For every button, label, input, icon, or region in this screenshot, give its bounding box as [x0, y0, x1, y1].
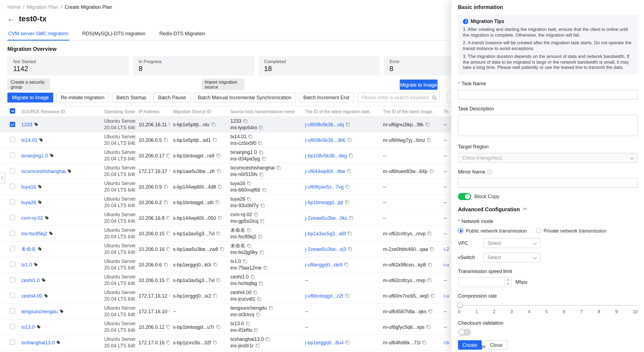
- row-checkbox[interactable]: [10, 246, 15, 251]
- row-checkbox[interactable]: [10, 277, 15, 282]
- tab-redis-dts-migration[interactable]: Redis-DTS Migration: [159, 28, 206, 40]
- copy-icon[interactable]: [257, 297, 262, 301]
- copy-icon[interactable]: [216, 278, 221, 283]
- copy-icon[interactable]: [348, 247, 352, 251]
- copy-icon[interactable]: [349, 216, 354, 220]
- copy-icon[interactable]: [260, 219, 265, 224]
- batch-increment-end-button[interactable]: Batch Increment End: [299, 93, 354, 102]
- copy-icon[interactable]: [247, 197, 251, 201]
- row-checkbox[interactable]: [10, 215, 15, 220]
- copy-icon[interactable]: [163, 138, 168, 142]
- row-checkbox[interactable]: [10, 339, 15, 345]
- radio-private-network-transmission[interactable]: Private network transmission: [536, 228, 607, 233]
- create-security-group-button[interactable]: Create a security group: [7, 79, 50, 90]
- breadcrumb-item-home[interactable]: Home: [7, 4, 21, 10]
- copy-icon[interactable]: [427, 231, 432, 236]
- row-checkbox[interactable]: [10, 137, 15, 142]
- copy-icon[interactable]: [163, 200, 168, 205]
- copy-icon[interactable]: [430, 247, 434, 251]
- copy-icon[interactable]: [345, 340, 350, 345]
- copy-icon[interactable]: [218, 184, 222, 189]
- copy-icon[interactable]: [429, 169, 434, 174]
- latest-task-id-link[interactable]: j-2zeaw5u3be...0kc: [305, 215, 347, 221]
- copy-icon[interactable]: [216, 231, 221, 236]
- copy-icon[interactable]: [426, 325, 431, 329]
- source-resource-id-link[interactable]: txnanjing1.0: [21, 153, 48, 159]
- back-arrow-icon[interactable]: [7, 15, 14, 22]
- copy-icon[interactable]: [254, 212, 258, 217]
- copy-icon[interactable]: [425, 122, 430, 127]
- copy-icon[interactable]: [248, 134, 253, 139]
- tag-icon[interactable]: [59, 309, 64, 314]
- copy-icon[interactable]: [428, 309, 433, 314]
- row-checkbox[interactable]: [10, 292, 15, 298]
- breadcrumb-item-migration-plan[interactable]: Migration Plan: [27, 4, 58, 10]
- copy-icon[interactable]: [247, 244, 251, 248]
- copy-icon[interactable]: [268, 306, 273, 310]
- copy-icon[interactable]: [216, 153, 221, 158]
- copy-icon[interactable]: [166, 278, 170, 283]
- copy-icon[interactable]: [259, 172, 264, 177]
- tag-icon[interactable]: [36, 325, 41, 329]
- copy-icon[interactable]: [213, 262, 217, 267]
- latest-task-id-link[interactable]: j-uf608v5k36...ulq: [305, 122, 344, 127]
- copy-icon[interactable]: [347, 138, 352, 142]
- advanced-configuration-header[interactable]: Advanced Configuration: [458, 206, 638, 212]
- copy-icon[interactable]: [259, 125, 264, 130]
- tag-icon[interactable]: [34, 122, 39, 127]
- stepper-down-icon[interactable]: [505, 282, 511, 286]
- vswitch-select[interactable]: Select: [484, 252, 541, 262]
- tag-icon[interactable]: [56, 340, 61, 345]
- source-resource-id-link[interactable]: ceshi4.00: [21, 293, 42, 299]
- latest-instance-value[interactable]: i-2: [444, 246, 449, 252]
- batch-manual-incremental-synchronization-button[interactable]: Batch Manual Incremental Synchronization: [193, 93, 296, 102]
- copy-icon[interactable]: [166, 231, 170, 236]
- checksum-validation-toggle[interactable]: [458, 328, 471, 336]
- row-checkbox[interactable]: [10, 199, 15, 204]
- copy-icon[interactable]: [427, 278, 432, 283]
- tag-icon[interactable]: [49, 153, 54, 158]
- row-checkbox[interactable]: [10, 152, 15, 158]
- task-description-input[interactable]: [458, 115, 638, 136]
- copy-icon[interactable]: [253, 290, 258, 295]
- copy-icon[interactable]: [258, 141, 263, 146]
- copy-icon[interactable]: [166, 247, 170, 251]
- collapse-panel-tab[interactable]: [0, 172, 5, 183]
- import-migration-source-button[interactable]: Import migration source: [201, 79, 245, 90]
- tag-icon[interactable]: [44, 294, 49, 298]
- latest-task-id-link[interactable]: j-uf608v5k36...3b6: [305, 137, 346, 143]
- copy-icon[interactable]: [259, 281, 263, 286]
- copy-icon[interactable]: [216, 325, 221, 329]
- source-resource-id-link[interactable]: ins-fsc85kj2: [21, 231, 47, 236]
- copy-icon[interactable]: [218, 216, 222, 220]
- tag-icon[interactable]: [49, 231, 54, 236]
- copy-icon[interactable]: [243, 119, 248, 124]
- row-checkbox[interactable]: [10, 324, 15, 329]
- latest-task-id-link[interactable]: j-bp108v5k36...deg: [305, 153, 347, 159]
- latest-instance-value[interactable]: i-b: [444, 340, 449, 345]
- block-copy-toggle[interactable]: [458, 193, 471, 200]
- copy-icon[interactable]: [427, 138, 432, 142]
- source-resource-id-link[interactable]: ceshi1.0: [21, 277, 40, 283]
- migrate-to-image-button[interactable]: Migrate to Image: [7, 93, 53, 102]
- close-button[interactable]: Close: [485, 340, 508, 350]
- latest-task-id-link[interactable]: j-uf6erggrj0...de9: [305, 262, 342, 268]
- latest-instance-value[interactable]: i-u: [444, 293, 449, 299]
- copy-icon[interactable]: [166, 216, 170, 220]
- row-checkbox[interactable]: [10, 183, 15, 189]
- copy-icon[interactable]: [220, 247, 224, 251]
- target-region-select[interactable]: China (Hangzhou): [458, 153, 638, 163]
- copy-icon[interactable]: [213, 340, 217, 345]
- copy-icon[interactable]: [349, 153, 353, 158]
- row-checkbox[interactable]: [10, 261, 15, 267]
- copy-icon[interactable]: [213, 294, 217, 298]
- latest-task-id-link[interactable]: j-2zeaw5u3be...vj3: [305, 246, 346, 252]
- batch-startup-button[interactable]: Batch Startup: [112, 93, 151, 102]
- re-initiate-migration-button[interactable]: Re-initiate migration: [56, 93, 109, 102]
- source-resource-id-link[interactable]: txshanghai13.0: [21, 340, 55, 345]
- search-input[interactable]: [358, 93, 440, 102]
- tag-icon[interactable]: [45, 216, 49, 220]
- tab-cvm-server-smc-migration[interactable]: CVM server-SMC migration: [7, 28, 69, 41]
- copy-icon[interactable]: [259, 250, 264, 255]
- copy-icon[interactable]: [247, 181, 251, 186]
